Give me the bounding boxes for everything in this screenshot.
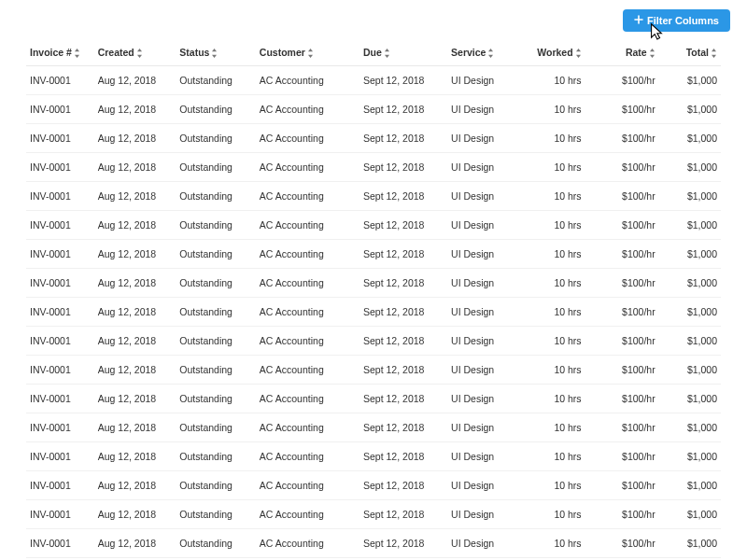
column-header-rate[interactable]: Rate: [585, 39, 659, 66]
column-header-label: Total: [686, 47, 709, 58]
filter-columns-label: Filter Columns: [647, 15, 719, 26]
cell-worked: 10 hrs: [523, 356, 585, 385]
cell-service: UI Design: [447, 385, 523, 413]
cell-customer: AC Accounting: [256, 385, 359, 413]
cell-customer: AC Accounting: [256, 500, 359, 529]
cell-customer: AC Accounting: [256, 182, 359, 211]
sort-icon[interactable]: [74, 49, 80, 58]
table-row[interactable]: INV-0001Aug 12, 2018OutstandingAC Accoun…: [26, 413, 721, 442]
sort-icon[interactable]: [649, 49, 655, 58]
cell-invoice: INV-0001: [26, 66, 94, 95]
table-row[interactable]: INV-0001Aug 12, 2018OutstandingAC Accoun…: [26, 529, 721, 558]
sort-icon[interactable]: [575, 49, 582, 58]
cell-created: Aug 12, 2018: [94, 269, 176, 298]
cell-customer: AC Accounting: [256, 442, 359, 471]
table-row[interactable]: INV-0001Aug 12, 2018OutstandingAC Accoun…: [26, 211, 721, 240]
sort-icon[interactable]: [384, 49, 390, 58]
table-row[interactable]: INV-0001Aug 12, 2018OutstandingAC Accoun…: [26, 442, 721, 471]
cell-status: Outstanding: [176, 442, 256, 471]
table-row[interactable]: INV-0001Aug 12, 2018OutstandingAC Accoun…: [26, 500, 721, 529]
cell-customer: AC Accounting: [256, 269, 359, 298]
cell-worked: 10 hrs: [523, 413, 585, 442]
column-header-label: Service: [451, 47, 486, 58]
cell-service: UI Design: [447, 269, 523, 298]
cell-invoice: INV-0001: [26, 298, 94, 327]
table-row[interactable]: INV-0001Aug 12, 2018OutstandingAC Accoun…: [26, 124, 721, 153]
column-header-worked[interactable]: Worked: [523, 39, 585, 66]
table-row[interactable]: INV-0001Aug 12, 2018OutstandingAC Accoun…: [26, 182, 721, 211]
cell-service: UI Design: [447, 471, 523, 500]
cell-invoice: INV-0001: [26, 124, 94, 153]
column-header-label: Invoice #: [30, 47, 72, 58]
cell-customer: AC Accounting: [256, 298, 359, 327]
toolbar: Filter Columns: [623, 9, 730, 32]
sort-icon[interactable]: [307, 49, 314, 58]
cell-status: Outstanding: [176, 413, 256, 442]
table-row[interactable]: INV-0001Aug 12, 2018OutstandingAC Accoun…: [26, 66, 721, 95]
cell-service: UI Design: [447, 211, 523, 240]
cell-invoice: INV-0001: [26, 211, 94, 240]
column-header-created[interactable]: Created: [94, 39, 176, 66]
cell-worked: 10 hrs: [523, 66, 585, 95]
cell-worked: 10 hrs: [523, 529, 585, 558]
sort-icon[interactable]: [487, 49, 494, 58]
cell-due: Sept 12, 2018: [359, 471, 447, 500]
cell-invoice: INV-0001: [26, 471, 94, 500]
column-header-service[interactable]: Service: [447, 39, 523, 66]
column-header-label: Customer: [260, 47, 305, 58]
cell-status: Outstanding: [176, 356, 256, 385]
column-header-customer[interactable]: Customer: [256, 39, 359, 66]
table-row[interactable]: INV-0001Aug 12, 2018OutstandingAC Accoun…: [26, 269, 721, 298]
cell-status: Outstanding: [176, 471, 256, 500]
cell-customer: AC Accounting: [256, 124, 359, 153]
cell-rate: $100/hr: [585, 413, 659, 442]
cell-created: Aug 12, 2018: [94, 182, 176, 211]
cell-customer: AC Accounting: [256, 471, 359, 500]
cell-worked: 10 hrs: [523, 153, 585, 182]
sort-icon[interactable]: [136, 49, 143, 58]
cell-status: Outstanding: [176, 500, 256, 529]
column-header-total[interactable]: Total: [659, 39, 721, 66]
cell-rate: $100/hr: [585, 385, 659, 413]
cell-total: $1,000: [659, 66, 721, 95]
column-header-due[interactable]: Due: [359, 39, 447, 66]
table-row[interactable]: INV-0001Aug 12, 2018OutstandingAC Accoun…: [26, 153, 721, 182]
table-row[interactable]: INV-0001Aug 12, 2018OutstandingAC Accoun…: [26, 327, 721, 356]
cell-invoice: INV-0001: [26, 153, 94, 182]
cell-status: Outstanding: [176, 153, 256, 182]
cell-created: Aug 12, 2018: [94, 240, 176, 269]
table-row[interactable]: INV-0001Aug 12, 2018OutstandingAC Accoun…: [26, 385, 721, 413]
table-row[interactable]: INV-0001Aug 12, 2018OutstandingAC Accoun…: [26, 298, 721, 327]
cell-customer: AC Accounting: [256, 327, 359, 356]
cell-rate: $100/hr: [585, 153, 659, 182]
column-header-status[interactable]: Status: [176, 39, 256, 66]
cell-invoice: INV-0001: [26, 500, 94, 529]
cell-created: Aug 12, 2018: [94, 385, 176, 413]
cell-due: Sept 12, 2018: [359, 356, 447, 385]
cell-customer: AC Accounting: [256, 153, 359, 182]
table-row[interactable]: INV-0001Aug 12, 2018OutstandingAC Accoun…: [26, 471, 721, 500]
cell-status: Outstanding: [176, 211, 256, 240]
cell-invoice: INV-0001: [26, 240, 94, 269]
table-body: INV-0001Aug 12, 2018OutstandingAC Accoun…: [26, 66, 721, 558]
cell-created: Aug 12, 2018: [94, 153, 176, 182]
table-row[interactable]: INV-0001Aug 12, 2018OutstandingAC Accoun…: [26, 95, 721, 124]
cell-rate: $100/hr: [585, 471, 659, 500]
cell-service: UI Design: [447, 66, 523, 95]
table-row[interactable]: INV-0001Aug 12, 2018OutstandingAC Accoun…: [26, 240, 721, 269]
cell-due: Sept 12, 2018: [359, 182, 447, 211]
column-header-invoice[interactable]: Invoice #: [26, 39, 94, 66]
cell-due: Sept 12, 2018: [359, 385, 447, 413]
cell-created: Aug 12, 2018: [94, 356, 176, 385]
table-row[interactable]: INV-0001Aug 12, 2018OutstandingAC Accoun…: [26, 356, 721, 385]
cell-total: $1,000: [659, 327, 721, 356]
cell-total: $1,000: [659, 298, 721, 327]
cell-created: Aug 12, 2018: [94, 327, 176, 356]
cell-total: $1,000: [659, 211, 721, 240]
sort-icon[interactable]: [211, 49, 218, 58]
cell-due: Sept 12, 2018: [359, 269, 447, 298]
filter-columns-button[interactable]: Filter Columns: [623, 9, 730, 32]
sort-icon[interactable]: [711, 49, 717, 58]
cell-due: Sept 12, 2018: [359, 66, 447, 95]
cell-service: UI Design: [447, 95, 523, 124]
